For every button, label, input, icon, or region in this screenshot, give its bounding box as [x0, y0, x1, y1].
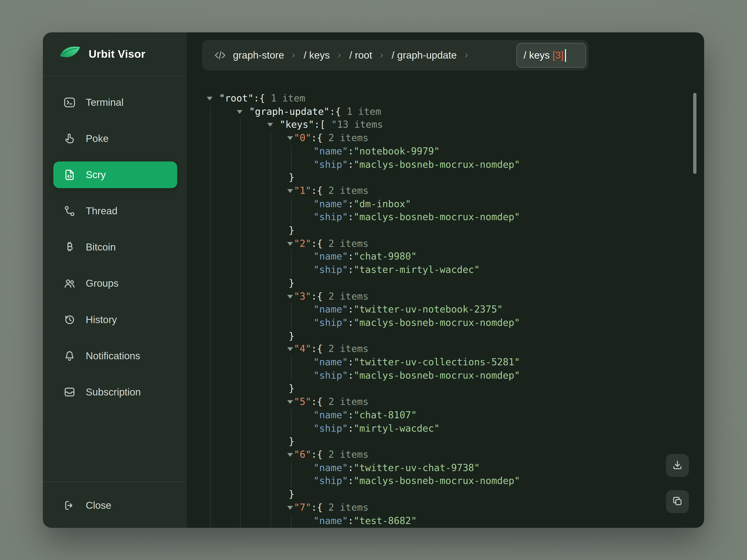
sidebar-item-close[interactable]: Close	[53, 492, 177, 519]
chevron-right-icon	[336, 52, 343, 59]
tree-branch: "name":"chat-8107""ship":"mirtyl-wacdec"	[291, 409, 520, 435]
json-root-row: "root":{ 1 item	[207, 92, 520, 105]
json-entry-row: "2":{ 2 items	[287, 237, 520, 250]
json-field-row: "ship":"maclys-bosneb-mocrux-nomdep"	[313, 475, 520, 488]
app-title: Urbit Visor	[88, 48, 146, 60]
json-close-row: }	[287, 224, 520, 237]
sidebar-item-label: Groups	[86, 278, 119, 289]
sidebar-footer: Close	[43, 482, 187, 528]
json-entry-row: "3":{ 2 items	[287, 290, 520, 303]
collapse-arrow-icon[interactable]	[267, 123, 273, 127]
sidebar-item-subscription[interactable]: Subscription	[53, 379, 177, 405]
terminal-icon	[63, 96, 76, 109]
sidebar-item-label: Close	[86, 500, 111, 511]
sidebar-menu: TerminalPokeScryThreadBitcoinGroupsHisto…	[43, 76, 187, 482]
json-entry-row: "0":{ 2 items	[287, 132, 520, 145]
download-button[interactable]	[666, 454, 689, 477]
collapse-arrow-icon[interactable]	[207, 97, 213, 101]
chevron-right-icon	[290, 52, 298, 59]
download-icon	[672, 459, 683, 472]
json-close-row: }	[287, 488, 520, 501]
json-field-row: "name":"chat-8107"	[313, 409, 520, 422]
sidebar-item-label: Terminal	[86, 97, 124, 108]
sidebar-item-notifications[interactable]: Notifications	[53, 342, 177, 369]
chevron-right-icon	[463, 52, 470, 59]
json-object-row: "graph-update":{ 1 item	[237, 105, 520, 118]
sidebar-item-thread[interactable]: Thread	[53, 198, 177, 224]
chevron-right-icon	[378, 52, 385, 59]
sidebar-item-poke[interactable]: Poke	[53, 125, 177, 152]
json-field-row: "name":"notebook-9979"	[313, 145, 520, 158]
collapse-arrow-icon[interactable]	[287, 348, 293, 351]
sidebar-item-label: Subscription	[86, 386, 141, 398]
screen: Urbit Visor TerminalPokeScryThreadBitcoi…	[0, 0, 747, 560]
json-field-row: "ship":"maclys-bosneb-mocrux-nomdep"	[313, 316, 520, 329]
sidebar-item-bitcoin[interactable]: Bitcoin	[53, 234, 177, 261]
json-close-row: }	[287, 435, 520, 448]
json-array-row: "keys":[ "13 items	[267, 118, 520, 131]
sidebar-item-label: Scry	[86, 169, 106, 180]
sidebar-item-terminal[interactable]: Terminal	[53, 89, 177, 116]
tree-branch: "name":"test-8682"	[291, 514, 520, 528]
collapse-arrow-icon[interactable]	[287, 400, 293, 404]
collapse-arrow-icon[interactable]	[287, 506, 293, 510]
json-entry-row: "6":{ 2 items	[287, 448, 520, 461]
scry-path-input[interactable]: / keys [3]	[516, 43, 586, 68]
urbit-visor-logo	[59, 44, 81, 64]
breadcrumb-segment-root[interactable]: / root	[350, 50, 372, 61]
json-field-row: "ship":"maclys-bosneb-mocrux-nomdep"	[313, 158, 520, 171]
json-close-row: }	[287, 171, 520, 184]
tree-branch: "name":"twitter-uv-collections-5281""shi…	[291, 356, 520, 382]
json-entry-row: "5":{ 2 items	[287, 396, 520, 409]
subscription-icon	[63, 386, 76, 398]
sidebar-item-history[interactable]: History	[53, 306, 177, 333]
sidebar-item-scry[interactable]: Scry	[53, 161, 177, 188]
json-field-row: "ship":"maclys-bosneb-mocrux-nomdep"	[313, 369, 520, 382]
close-exit-icon	[63, 499, 76, 512]
scrollbar-thumb[interactable]	[693, 93, 696, 174]
collapse-arrow-icon[interactable]	[237, 110, 242, 114]
breadcrumb: graph-store/ keys/ root/ graph-update / …	[202, 40, 589, 71]
thread-icon	[63, 205, 76, 217]
sidebar: Urbit Visor TerminalPokeScryThreadBitcoi…	[43, 32, 187, 528]
json-field-row: "name":"twitter-uv-collections-5281"	[313, 356, 520, 369]
copy-icon	[672, 495, 683, 508]
json-field-row: "ship":"taster-mirtyl-wacdec"	[313, 263, 520, 277]
text-cursor-icon	[565, 49, 566, 62]
breadcrumb-segment-graph-store[interactable]: graph-store	[233, 50, 284, 61]
scry-path-input-value: / keys	[524, 50, 552, 61]
code-icon	[213, 49, 227, 62]
collapse-arrow-icon[interactable]	[287, 453, 293, 457]
brand: Urbit Visor	[43, 32, 187, 76]
json-field-row: "name":"test-8682"	[313, 514, 520, 528]
tree-branch: "name":"twitter-uv-notebook-2375""ship":…	[291, 303, 520, 330]
json-entry-row: "7":{ 2 items	[287, 501, 520, 514]
json-field-row: "name":"dm-inbox"	[313, 198, 520, 211]
history-icon	[63, 313, 76, 326]
json-entry-row: "1":{ 2 items	[287, 184, 520, 198]
collapse-arrow-icon[interactable]	[287, 136, 293, 140]
poke-icon	[63, 132, 76, 145]
collapse-arrow-icon[interactable]	[287, 242, 293, 246]
tree-branch: "keys":[ "13 items"0":{ 2 items"name":"n…	[240, 118, 520, 527]
sidebar-item-groups[interactable]: Groups	[53, 270, 177, 297]
json-field-row: "name":"chat-9980"	[313, 250, 520, 263]
scry-path-input-badge: [3]	[552, 50, 564, 61]
sidebar-item-label: Thread	[86, 205, 118, 217]
notifications-icon	[63, 350, 76, 362]
breadcrumb-segments: graph-store/ keys/ root/ graph-update	[233, 50, 470, 61]
urbit-visor-window: Urbit Visor TerminalPokeScryThreadBitcoi…	[43, 32, 704, 528]
tree-branch: "name":"chat-9980""ship":"taster-mirtyl-…	[291, 250, 520, 277]
breadcrumb-segment-keys[interactable]: / keys	[304, 50, 330, 61]
copy-button[interactable]	[666, 490, 689, 513]
tree-branch: "name":"twitter-uv-chat-9738""ship":"mac…	[291, 461, 520, 488]
collapse-arrow-icon[interactable]	[287, 189, 293, 193]
json-entry-row: "4":{ 2 items	[287, 343, 520, 356]
json-close-row: }	[287, 277, 520, 290]
breadcrumb-segment-graph-update[interactable]: / graph-update	[392, 50, 457, 61]
json-close-row: }	[287, 330, 520, 343]
collapse-arrow-icon[interactable]	[287, 295, 293, 299]
json-tree: "root":{ 1 item "graph-update":{ 1 item …	[207, 92, 520, 528]
json-field-row: "name":"twitter-uv-notebook-2375"	[313, 303, 520, 316]
tree-branch: "graph-update":{ 1 item "keys":[ "13 ite…	[210, 105, 520, 528]
